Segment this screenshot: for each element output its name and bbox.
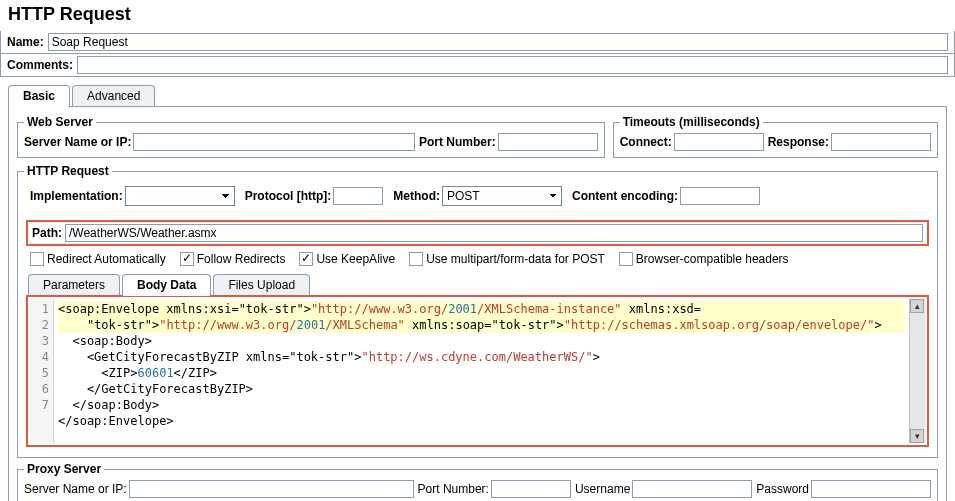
path-input[interactable]: [65, 224, 923, 242]
proxy-server-legend: Proxy Server: [24, 462, 104, 476]
http-request-legend: HTTP Request: [24, 164, 112, 178]
main-panel: Web Server Server Name or IP: Port Numbe…: [8, 106, 947, 501]
tab-basic[interactable]: Basic: [8, 85, 70, 106]
comments-input[interactable]: [77, 56, 948, 74]
body-tabset: Parameters Body Data Files Upload: [28, 274, 927, 295]
web-server-fieldset: Web Server Server Name or IP: Port Numbe…: [17, 115, 605, 158]
line-number-gutter: 1234567: [30, 299, 54, 443]
response-timeout-label: Response:: [768, 135, 829, 149]
comments-label: Comments:: [7, 58, 73, 72]
connect-timeout-label: Connect:: [620, 135, 672, 149]
vertical-scrollbar[interactable]: ▴ ▾: [909, 299, 925, 443]
content-encoding-input[interactable]: [680, 187, 760, 205]
proxy-password-input[interactable]: [811, 480, 931, 498]
redirect-automatically-label: Redirect Automatically: [47, 252, 166, 266]
port-number-label: Port Number:: [419, 135, 496, 149]
content-encoding-label: Content encoding:: [572, 189, 678, 203]
browser-headers-checkbox[interactable]: [619, 252, 633, 266]
options-checkbox-row: Redirect Automatically Follow Redirects …: [24, 250, 931, 268]
proxy-username-label: Username: [575, 482, 630, 496]
name-label: Name:: [7, 35, 44, 49]
web-server-legend: Web Server: [24, 115, 96, 129]
protocol-label: Protocol [http]:: [245, 189, 332, 203]
body-data-code[interactable]: <soap:Envelope xmlns:xsi="tok-str">"http…: [54, 299, 909, 443]
connect-timeout-input[interactable]: [674, 133, 764, 151]
main-tabset: Basic Advanced: [8, 85, 947, 106]
proxy-server-name-label: Server Name or IP:: [24, 482, 127, 496]
method-select[interactable]: POST: [442, 186, 562, 206]
browser-headers-label: Browser-compatible headers: [636, 252, 789, 266]
scroll-up-icon[interactable]: ▴: [910, 299, 924, 313]
proxy-server-fieldset: Proxy Server Server Name or IP: Port Num…: [17, 462, 938, 501]
use-keepalive-checkbox[interactable]: [299, 252, 313, 266]
proxy-password-label: Password: [756, 482, 809, 496]
path-label: Path:: [32, 226, 62, 240]
implementation-select[interactable]: [125, 186, 235, 206]
implementation-label: Implementation:: [30, 189, 123, 203]
tab-advanced[interactable]: Advanced: [72, 85, 155, 106]
scroll-down-icon[interactable]: ▾: [910, 429, 924, 443]
http-request-fieldset: HTTP Request Implementation: Protocol [h…: [17, 164, 938, 458]
proxy-port-label: Port Number:: [418, 482, 489, 496]
protocol-input[interactable]: [333, 187, 383, 205]
name-input[interactable]: [48, 33, 948, 51]
tab-parameters[interactable]: Parameters: [28, 274, 120, 295]
timeouts-legend: Timeouts (milliseconds): [620, 115, 763, 129]
body-data-editor[interactable]: 1234567 <soap:Envelope xmlns:xsi="tok-st…: [26, 295, 929, 447]
use-multipart-label: Use multipart/form-data for POST: [426, 252, 605, 266]
name-row: Name:: [0, 31, 955, 54]
use-keepalive-label: Use KeepAlive: [316, 252, 395, 266]
tab-files-upload[interactable]: Files Upload: [213, 274, 310, 295]
timeouts-fieldset: Timeouts (milliseconds) Connect: Respons…: [613, 115, 938, 158]
port-number-input[interactable]: [498, 133, 598, 151]
server-name-input[interactable]: [133, 133, 415, 151]
redirect-automatically-checkbox[interactable]: [30, 252, 44, 266]
proxy-server-name-input[interactable]: [129, 480, 414, 498]
comments-row: Comments:: [0, 54, 955, 77]
proxy-username-input[interactable]: [632, 480, 752, 498]
follow-redirects-checkbox[interactable]: [180, 252, 194, 266]
follow-redirects-label: Follow Redirects: [197, 252, 286, 266]
tab-body-data[interactable]: Body Data: [122, 274, 211, 295]
use-multipart-checkbox[interactable]: [409, 252, 423, 266]
server-name-label: Server Name or IP:: [24, 135, 131, 149]
page-title: HTTP Request: [0, 0, 955, 31]
method-label: Method:: [393, 189, 440, 203]
proxy-port-input[interactable]: [491, 480, 571, 498]
path-row: Path:: [26, 220, 929, 246]
response-timeout-input[interactable]: [831, 133, 931, 151]
